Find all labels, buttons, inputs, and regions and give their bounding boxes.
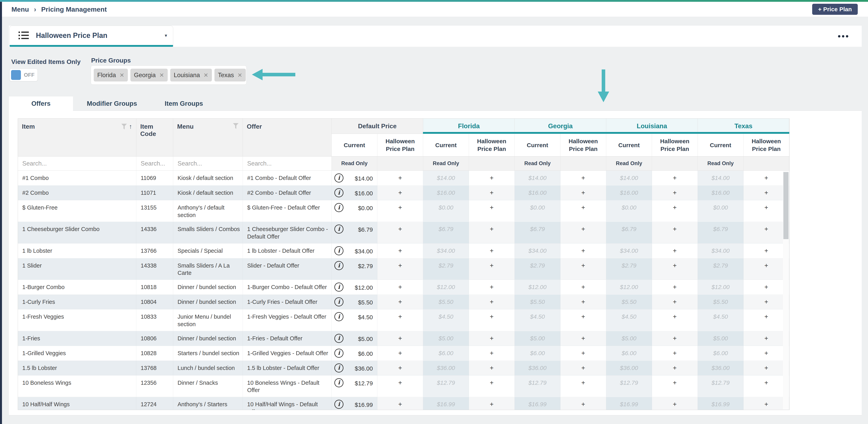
add-plan-price-button[interactable]: + — [560, 309, 606, 331]
add-plan-price-button[interactable]: + — [560, 295, 606, 309]
add-plan-price-button[interactable]: + — [744, 309, 789, 331]
add-plan-price-button[interactable]: + — [744, 361, 789, 375]
view-edited-toggle[interactable]: OFF — [9, 69, 38, 81]
add-plan-price-button[interactable]: + — [652, 200, 698, 221]
add-plan-price-button[interactable]: + — [744, 346, 789, 361]
add-plan-price-button[interactable]: + — [744, 397, 789, 410]
add-plan-price-button[interactable]: + — [377, 200, 423, 221]
add-plan-price-button[interactable]: + — [469, 331, 515, 346]
add-plan-price-button[interactable]: + — [377, 361, 423, 375]
add-plan-price-button[interactable]: + — [469, 397, 515, 410]
info-icon[interactable]: i — [334, 261, 343, 270]
info-icon[interactable]: i — [334, 334, 343, 343]
add-plan-price-button[interactable]: + — [560, 171, 606, 185]
add-plan-price-button[interactable]: + — [469, 361, 515, 375]
search-offer-input[interactable] — [243, 156, 332, 171]
add-plan-price-button[interactable]: + — [560, 200, 606, 221]
add-price-plan-button[interactable]: + Price Plan — [812, 4, 858, 15]
add-plan-price-button[interactable]: + — [560, 185, 606, 200]
add-plan-price-button[interactable]: + — [377, 309, 423, 331]
add-plan-price-button[interactable]: + — [744, 185, 789, 200]
info-icon[interactable]: i — [334, 246, 343, 255]
add-plan-price-button[interactable]: + — [560, 222, 606, 243]
add-plan-price-button[interactable]: + — [560, 258, 606, 279]
add-plan-price-button[interactable]: + — [560, 397, 606, 410]
add-plan-price-button[interactable]: + — [469, 243, 515, 258]
add-plan-price-button[interactable]: + — [652, 309, 698, 331]
add-plan-price-button[interactable]: + — [469, 346, 515, 361]
add-plan-price-button[interactable]: + — [377, 346, 423, 361]
add-plan-price-button[interactable]: + — [377, 280, 423, 294]
add-plan-price-button[interactable]: + — [469, 171, 515, 185]
info-icon[interactable]: i — [334, 224, 343, 234]
add-plan-price-button[interactable]: + — [744, 295, 789, 309]
add-plan-price-button[interactable]: + — [652, 397, 698, 410]
filter-icon[interactable] — [233, 123, 239, 129]
search-menu-input[interactable] — [173, 156, 243, 171]
add-plan-price-button[interactable]: + — [652, 171, 698, 185]
add-plan-price-button[interactable]: + — [652, 361, 698, 375]
breadcrumb-menu-link[interactable]: Menu — [11, 5, 29, 13]
sort-asc-icon[interactable]: ↑ — [129, 123, 132, 130]
add-plan-price-button[interactable]: + — [469, 280, 515, 294]
info-icon[interactable]: i — [334, 378, 343, 387]
add-plan-price-button[interactable]: + — [652, 258, 698, 279]
add-plan-price-button[interactable]: + — [744, 222, 789, 243]
add-plan-price-button[interactable]: + — [469, 309, 515, 331]
search-item-code-input[interactable] — [136, 156, 173, 171]
add-plan-price-button[interactable]: + — [377, 185, 423, 200]
add-plan-price-button[interactable]: + — [377, 295, 423, 309]
add-plan-price-button[interactable]: + — [652, 331, 698, 346]
add-plan-price-button[interactable]: + — [744, 171, 789, 185]
tab-item-groups[interactable]: Item Groups — [151, 96, 217, 111]
tab-modifier-groups[interactable]: Modifier Groups — [73, 96, 151, 111]
add-plan-price-button[interactable]: + — [377, 375, 423, 397]
remove-tag-icon[interactable]: ✕ — [238, 72, 242, 79]
add-plan-price-button[interactable]: + — [469, 200, 515, 221]
add-plan-price-button[interactable]: + — [560, 361, 606, 375]
add-plan-price-button[interactable]: + — [377, 171, 423, 185]
add-plan-price-button[interactable]: + — [744, 258, 789, 279]
add-plan-price-button[interactable]: + — [560, 375, 606, 397]
add-plan-price-button[interactable]: + — [560, 243, 606, 258]
add-plan-price-button[interactable]: + — [652, 375, 698, 397]
tab-offers[interactable]: Offers — [9, 96, 73, 111]
add-plan-price-button[interactable]: + — [469, 185, 515, 200]
info-icon[interactable]: i — [334, 203, 343, 212]
info-icon[interactable]: i — [334, 349, 343, 358]
add-plan-price-button[interactable]: + — [560, 280, 606, 294]
add-plan-price-button[interactable]: + — [652, 280, 698, 294]
remove-tag-icon[interactable]: ✕ — [204, 72, 208, 79]
add-plan-price-button[interactable]: + — [560, 331, 606, 346]
info-icon[interactable]: i — [334, 174, 343, 182]
add-plan-price-button[interactable]: + — [469, 295, 515, 309]
add-plan-price-button[interactable]: + — [744, 243, 789, 258]
price-plan-dropdown[interactable]: Halloween Price Plan ▾ — [9, 26, 173, 47]
more-options-button[interactable] — [836, 33, 850, 39]
remove-tag-icon[interactable]: ✕ — [120, 72, 124, 79]
add-plan-price-button[interactable]: + — [652, 243, 698, 258]
info-icon[interactable]: i — [334, 363, 343, 372]
info-icon[interactable]: i — [334, 282, 343, 292]
add-plan-price-button[interactable]: + — [652, 295, 698, 309]
add-plan-price-button[interactable]: + — [744, 280, 789, 294]
vertical-scrollbar-thumb[interactable] — [783, 172, 788, 239]
add-plan-price-button[interactable]: + — [377, 397, 423, 410]
add-plan-price-button[interactable]: + — [652, 222, 698, 243]
remove-tag-icon[interactable]: ✕ — [159, 72, 164, 79]
price-groups-multiselect[interactable]: Florida ✕ Georgia ✕ Louisiana ✕ Texas ✕ — [91, 65, 247, 85]
add-plan-price-button[interactable]: + — [469, 222, 515, 243]
add-plan-price-button[interactable]: + — [560, 346, 606, 361]
add-plan-price-button[interactable]: + — [744, 331, 789, 346]
add-plan-price-button[interactable]: + — [652, 346, 698, 361]
add-plan-price-button[interactable]: + — [377, 243, 423, 258]
info-icon[interactable]: i — [334, 188, 343, 197]
info-icon[interactable]: i — [334, 297, 343, 306]
add-plan-price-button[interactable]: + — [652, 185, 698, 200]
filter-icon[interactable] — [121, 123, 127, 130]
add-plan-price-button[interactable]: + — [744, 200, 789, 221]
add-plan-price-button[interactable]: + — [377, 222, 423, 243]
info-icon[interactable]: i — [334, 312, 343, 321]
search-item-input[interactable] — [18, 156, 136, 171]
add-plan-price-button[interactable]: + — [377, 258, 423, 279]
